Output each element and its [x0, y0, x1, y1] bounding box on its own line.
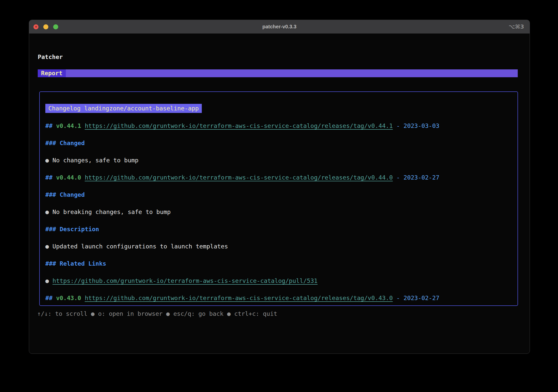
section-heading: ### Changed	[45, 191, 85, 198]
changelog-line: ## v0.44.0 https://github.com/gruntwork-…	[45, 173, 512, 182]
bullet-icon: ●	[45, 277, 52, 284]
help-separator-icon: ●	[224, 310, 234, 317]
heading-hashes: ##	[45, 295, 56, 302]
close-button[interactable]	[33, 24, 38, 29]
changelog-line: ● No changes, safe to bump	[45, 156, 512, 165]
terminal-window: patcher-v0.3.3 ⌥⌘3 Patcher Report Change…	[29, 20, 530, 354]
minimize-button[interactable]	[43, 24, 48, 29]
changelog-line: ● Updated launch configurations to launc…	[45, 242, 512, 251]
pull-request-link[interactable]: https://github.com/gruntwork-io/terrafor…	[52, 277, 317, 284]
changelog-line: ### Changed	[45, 139, 512, 147]
window-title: patcher-v0.3.3	[262, 24, 296, 30]
section-heading: ### Changed	[45, 140, 85, 147]
window-shortcut: ⌥⌘3	[509, 24, 524, 30]
help-item: o: open in browser	[98, 310, 163, 317]
section-heading: ### Description	[45, 226, 99, 233]
release-date: - 2023-03-03	[393, 122, 439, 129]
changelog-line: ## v0.44.1 https://github.com/gruntwork-…	[45, 122, 512, 130]
changelog-lines: ## v0.44.1 https://github.com/gruntwork-…	[45, 122, 512, 302]
traffic-lights	[33, 24, 58, 29]
help-item: esc/q: go back	[173, 310, 224, 317]
changelog-line: ● No breaking changes, safe to bump	[45, 208, 512, 216]
changelog-header-badge: Changelog landingzone/account-baseline-a…	[45, 104, 202, 113]
release-version: v0.43.0	[56, 295, 85, 302]
app-title: Patcher	[38, 53, 530, 61]
release-date: - 2023-02-27	[393, 295, 439, 302]
help-separator-icon: ●	[163, 310, 173, 317]
help-separator-icon: ●	[87, 310, 98, 317]
release-version: v0.44.1	[56, 122, 85, 129]
help-bar: ↑/↓: to scroll ● o: open in browser ● es…	[37, 309, 530, 318]
changelog-line: ### Description	[45, 225, 512, 233]
bullet-text: No changes, safe to bump	[52, 157, 138, 164]
changelog-line: ### Related Links	[45, 259, 512, 268]
heading-hashes: ##	[45, 122, 56, 129]
close-dot-icon	[35, 26, 37, 28]
bullet-icon: ●	[45, 208, 52, 215]
release-version: v0.44.0	[56, 174, 85, 181]
changelog-panel[interactable]: Changelog landingzone/account-baseline-a…	[39, 91, 518, 306]
window-titlebar[interactable]: patcher-v0.3.3 ⌥⌘3	[29, 20, 530, 34]
release-date: - 2023-02-27	[393, 174, 439, 181]
bullet-text: Updated launch configurations to launch …	[52, 243, 228, 250]
bullet-icon: ●	[45, 243, 52, 250]
release-link[interactable]: https://github.com/gruntwork-io/terrafor…	[85, 174, 393, 181]
release-link[interactable]: https://github.com/gruntwork-io/terrafor…	[85, 295, 393, 302]
zoom-button[interactable]	[53, 24, 58, 29]
terminal-content: Patcher Report Changelog landingzone/acc…	[29, 53, 530, 318]
heading-hashes: ##	[45, 174, 56, 181]
bullet-text: No breaking changes, safe to bump	[52, 208, 171, 215]
report-tab-bar: Report	[38, 69, 518, 77]
section-heading: ### Related Links	[45, 260, 106, 267]
report-tab[interactable]: Report	[38, 69, 66, 77]
changelog-line: ### Changed	[45, 190, 512, 199]
bullet-icon: ●	[45, 157, 52, 164]
release-link[interactable]: https://github.com/gruntwork-io/terrafor…	[85, 122, 393, 129]
help-item: ↑/↓: to scroll	[37, 310, 87, 317]
changelog-line: ● https://github.com/gruntwork-io/terraf…	[45, 277, 512, 285]
help-item: ctrl+c: quit	[234, 310, 277, 317]
changelog-line: ## v0.43.0 https://github.com/gruntwork-…	[45, 294, 512, 302]
